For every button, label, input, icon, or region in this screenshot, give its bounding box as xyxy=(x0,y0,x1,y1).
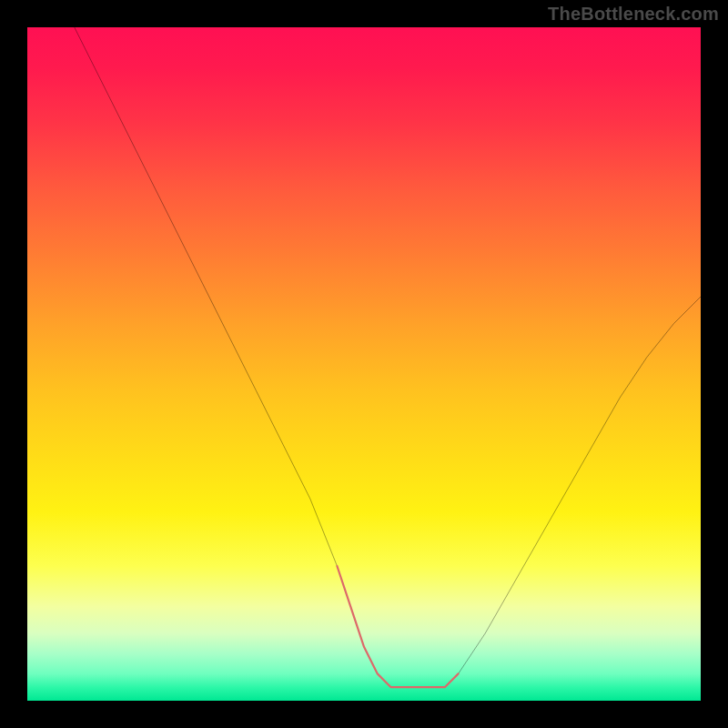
watermark-text: TheBottleneck.com xyxy=(548,4,719,25)
highlight-band xyxy=(337,566,458,687)
plot-area xyxy=(27,27,701,701)
chart-frame: TheBottleneck.com xyxy=(0,0,728,728)
curve-layer xyxy=(27,27,701,701)
bottleneck-curve xyxy=(75,27,701,687)
